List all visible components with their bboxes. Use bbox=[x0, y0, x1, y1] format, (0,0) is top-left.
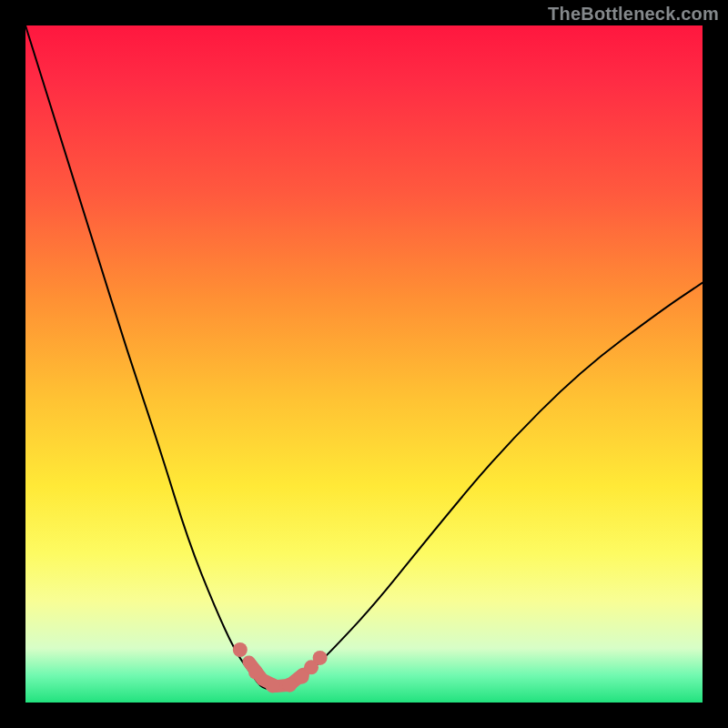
valley-dot bbox=[266, 678, 280, 693]
valley-dot bbox=[233, 642, 248, 657]
valley-marker bbox=[233, 642, 328, 693]
watermark-text: TheBottleneck.com bbox=[548, 4, 719, 25]
valley-dot bbox=[313, 651, 328, 665]
valley-dot bbox=[248, 665, 263, 680]
bottleneck-curve-line bbox=[25, 25, 703, 689]
valley-dot bbox=[282, 678, 297, 693]
bottleneck-plot bbox=[25, 25, 703, 703]
chart-canvas bbox=[25, 25, 703, 703]
